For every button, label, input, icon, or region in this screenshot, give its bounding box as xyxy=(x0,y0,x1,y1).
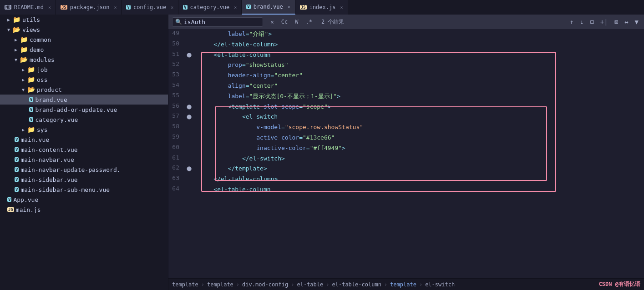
breadcrumb-sep: › xyxy=(419,281,422,288)
tab-package[interactable]: JS package.json × xyxy=(56,0,122,15)
tab-close-brand[interactable]: × xyxy=(288,5,290,10)
breadcrumb-el-switch[interactable]: el-switch xyxy=(425,281,455,288)
breadcrumb-template1[interactable]: template xyxy=(172,281,198,288)
line-number: 59 xyxy=(168,133,187,143)
sidebar-label-main-sidebar-sub: main-sidebar-sub-menu.vue xyxy=(20,186,110,193)
token: "showStatus" xyxy=(246,61,289,68)
status-brand: CSDN @有语忆语 xyxy=(599,280,640,288)
sidebar-item-category-vue[interactable]: V category.vue xyxy=(0,115,168,125)
search-tool-regex[interactable]: .* xyxy=(304,18,314,26)
tab-icon-brand: V xyxy=(246,5,250,9)
tab-label-index: index.js xyxy=(309,4,336,10)
token: > xyxy=(264,165,267,172)
tab-brand[interactable]: V brand.vue × xyxy=(242,0,295,15)
sidebar-item-demo[interactable]: ▶ 📁 demo xyxy=(0,45,168,55)
tab-close-config[interactable]: × xyxy=(171,5,173,10)
token xyxy=(199,155,242,162)
search-wrap-button[interactable]: ↔ xyxy=(623,17,630,26)
sidebar-item-main-vue[interactable]: V main.vue xyxy=(0,135,168,145)
sidebar-item-main-navbar-up[interactable]: V main-navbar-update-password. xyxy=(0,165,168,175)
sidebar-item-product[interactable]: ▼ 📂 product xyxy=(0,85,168,95)
sidebar-item-modules[interactable]: ▼ 📂 modules xyxy=(0,55,168,65)
sidebar-item-sys[interactable]: ▶ 📁 sys xyxy=(0,125,168,135)
token: el-table-column xyxy=(221,175,274,182)
tab-readme[interactable]: MD README.md × xyxy=(0,0,56,15)
search-input-value[interactable]: isAuth xyxy=(184,19,205,25)
sidebar-item-main-navbar[interactable]: V main-navbar.vue xyxy=(0,155,168,165)
tab-close-category[interactable]: × xyxy=(234,5,237,10)
search-split-button[interactable]: ⊟ xyxy=(588,17,595,26)
token: = xyxy=(299,134,303,141)
line-content: </template> xyxy=(196,164,271,174)
gutter: ⬤ xyxy=(187,50,196,60)
search-tool-cc[interactable]: Cc xyxy=(279,18,289,26)
token xyxy=(199,134,256,141)
search-container[interactable]: 🔍 isAuth xyxy=(172,17,263,27)
breadcrumb-template3[interactable]: template xyxy=(390,281,416,288)
sidebar-item-main-sidebar[interactable]: V main-sidebar.vue xyxy=(0,175,168,185)
search-filter-button[interactable]: ▼ xyxy=(633,17,640,26)
search-bar: 🔍 isAuth × Cc W .* 2 个结果 ↑ ↓ ⊟ +| ⊠ ↔ ▼ xyxy=(168,15,644,29)
gutter: ⬤ xyxy=(187,164,196,174)
sidebar-label-main-navbar: main-navbar.vue xyxy=(20,156,74,163)
token: template xyxy=(235,165,264,172)
vue-icon: V xyxy=(15,147,19,152)
search-prev-button[interactable]: ↑ xyxy=(568,17,575,26)
token xyxy=(199,82,228,89)
tab-label-brand: brand.vue xyxy=(254,4,283,10)
line-content: </el-switch> xyxy=(196,154,289,164)
tab-close-package[interactable]: × xyxy=(114,5,117,10)
sidebar-item-main-sidebar-sub[interactable]: V main-sidebar-sub-menu.vue xyxy=(0,185,168,195)
sidebar-item-main-js[interactable]: JS main.js xyxy=(0,205,168,215)
sidebar-label-demo: demo xyxy=(30,46,44,53)
sidebar-item-app-vue[interactable]: V App.vue xyxy=(0,195,168,205)
gutter-icon[interactable]: ⬤ xyxy=(187,114,192,119)
search-clear-button[interactable]: × xyxy=(270,19,274,25)
code-line: 50 </el-table-column> xyxy=(168,40,644,50)
token: </ xyxy=(213,175,221,182)
vue-icon: V xyxy=(15,177,19,182)
code-line: 55 label="显示状态[0-不显示；1-显示]"> xyxy=(168,91,644,102)
token: el-switch xyxy=(249,155,281,162)
breadcrumb-el-table-column[interactable]: el-table-column xyxy=(332,281,381,288)
chevron-icon: ▶ xyxy=(22,77,25,82)
search-next-button[interactable]: ↓ xyxy=(578,17,585,26)
sidebar-item-common[interactable]: ▶ 📁 common xyxy=(0,35,168,45)
sidebar-item-views[interactable]: ▼ 📂 views xyxy=(0,25,168,35)
sidebar-item-utils[interactable]: ▶ 📁 utils xyxy=(0,15,168,25)
code-line: 63 </el-table-column> xyxy=(168,174,644,185)
code-editor[interactable]: 49 label="介绍">50 </el-table-column>51⬤ <… xyxy=(168,29,644,278)
line-content: <el-table-column xyxy=(196,50,274,60)
tab-index[interactable]: JS index.js × xyxy=(295,0,348,15)
code-line: 51⬤ <el-table-column xyxy=(168,50,644,60)
breadcrumb-div[interactable]: div.mod-config xyxy=(242,281,288,288)
sidebar-item-brand-vue[interactable]: V brand.vue xyxy=(0,95,168,105)
tab-close-readme[interactable]: × xyxy=(48,5,51,10)
tab-config[interactable]: V config.vue × xyxy=(122,0,178,15)
sidebar-item-oss[interactable]: ▶ 📁 oss xyxy=(0,75,168,85)
line-number: 53 xyxy=(168,70,187,81)
breadcrumb-template2[interactable]: template xyxy=(207,281,233,288)
gutter-icon[interactable]: ⬤ xyxy=(187,166,192,171)
search-select-all-button[interactable]: ⊠ xyxy=(613,17,620,26)
sidebar-item-job[interactable]: ▶ 📁 job xyxy=(0,65,168,75)
sidebar-item-main-content[interactable]: V main-content.vue xyxy=(0,145,168,155)
folder-icon: 📂 xyxy=(27,86,35,93)
gutter xyxy=(187,60,196,70)
token: v-model xyxy=(256,124,281,130)
token: "#13ce66" xyxy=(303,134,335,141)
token: = xyxy=(281,124,285,130)
sidebar-item-brand-add[interactable]: V brand-add-or-update.vue xyxy=(0,105,168,115)
gutter-icon[interactable]: ⬤ xyxy=(187,104,192,109)
sidebar-label-sys: sys xyxy=(37,126,47,133)
breadcrumb-el-table[interactable]: el-table xyxy=(297,281,323,288)
tab-category[interactable]: V category.vue × xyxy=(178,0,242,15)
gutter: ⬤ xyxy=(187,102,196,112)
search-add-cursor-button[interactable]: +| xyxy=(598,17,610,26)
line-number: 52 xyxy=(168,60,187,70)
gutter-icon[interactable]: ⬤ xyxy=(187,52,192,57)
sidebar-label-oss: oss xyxy=(37,76,47,83)
tab-close-index[interactable]: × xyxy=(340,5,343,10)
search-tool-w[interactable]: W xyxy=(293,18,300,26)
chevron-icon: ▼ xyxy=(15,57,17,62)
